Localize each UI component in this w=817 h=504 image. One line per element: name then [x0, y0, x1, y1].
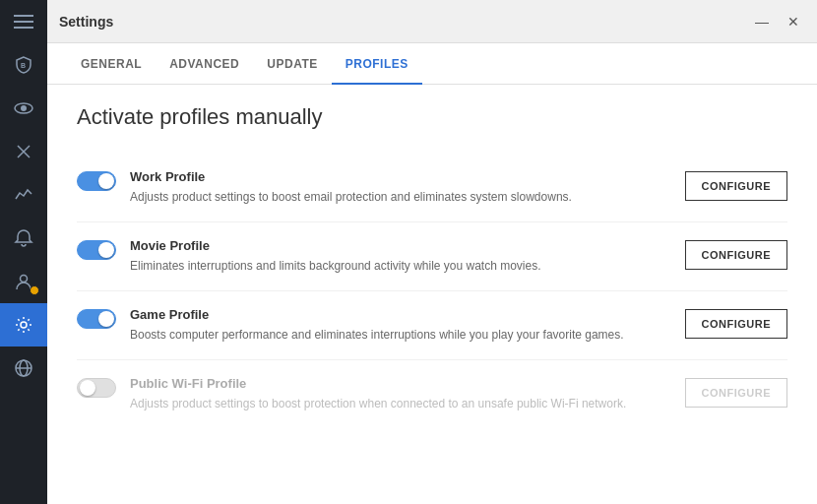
sidebar-item-menu[interactable]: [0, 0, 47, 43]
toggle-wifi: [77, 378, 116, 398]
toggle-game[interactable]: [77, 309, 116, 329]
profile-desc-game: Boosts computer performance and eliminat…: [130, 326, 661, 344]
toggle-knob-work: [98, 173, 114, 189]
configure-button-work[interactable]: CONFIGURE: [685, 171, 788, 201]
svg-text:B: B: [21, 62, 26, 69]
svg-rect-1: [14, 21, 33, 23]
profile-name-movie: Movie Profile: [130, 238, 671, 253]
close-button[interactable]: ✕: [782, 10, 805, 33]
svg-rect-0: [14, 15, 33, 17]
toggle-movie[interactable]: [77, 240, 116, 260]
titlebar: Settings — ✕: [47, 0, 817, 43]
profile-row-movie: Movie Profile Eliminates interruptions a…: [77, 222, 787, 291]
toggle-container-wifi: [77, 376, 116, 398]
sidebar-item-user[interactable]: [0, 260, 47, 303]
profile-text-wifi: Public Wi-Fi Profile Adjusts product set…: [130, 376, 671, 412]
profile-name-work: Work Profile: [130, 169, 671, 184]
profiles-content: Activate profiles manually Work Profile …: [47, 85, 817, 504]
toggle-knob-movie: [98, 242, 114, 258]
tab-update[interactable]: UPDATE: [253, 43, 331, 85]
sidebar-item-notifications[interactable]: [0, 217, 47, 260]
tab-general[interactable]: GENERAL: [67, 43, 156, 85]
profile-desc-wifi: Adjusts product settings to boost protec…: [130, 395, 661, 412]
sidebar-item-settings[interactable]: [0, 303, 47, 346]
minimize-button[interactable]: —: [750, 10, 774, 33]
sidebar: B: [0, 0, 47, 504]
profile-row-game: Game Profile Boosts computer performance…: [77, 291, 787, 360]
profiles-list: Work Profile Adjusts product settings to…: [77, 154, 787, 428]
svg-point-9: [21, 322, 27, 328]
profile-text-movie: Movie Profile Eliminates interruptions a…: [130, 238, 671, 275]
tab-advanced[interactable]: ADVANCED: [156, 43, 253, 85]
configure-button-game[interactable]: CONFIGURE: [685, 309, 788, 339]
svg-point-8: [21, 276, 28, 283]
svg-rect-2: [14, 27, 33, 29]
sidebar-item-shield[interactable]: B: [0, 43, 47, 87]
profile-row-wifi: Public Wi-Fi Profile Adjusts product set…: [77, 360, 787, 428]
sidebar-item-performance[interactable]: [0, 173, 47, 217]
svg-point-5: [21, 105, 27, 111]
sidebar-item-tools[interactable]: [0, 130, 47, 173]
profile-desc-movie: Eliminates interruptions and limits back…: [130, 257, 661, 275]
profile-name-wifi: Public Wi-Fi Profile: [130, 376, 671, 391]
toggle-work[interactable]: [77, 171, 116, 191]
toggle-knob-wifi: [80, 380, 95, 396]
window-controls: — ✕: [750, 10, 805, 33]
toggle-container-movie: [77, 238, 116, 260]
profile-text-game: Game Profile Boosts computer performance…: [130, 307, 671, 344]
configure-button-wifi: CONFIGURE: [685, 378, 788, 408]
profile-name-game: Game Profile: [130, 307, 671, 322]
profile-text-work: Work Profile Adjusts product settings to…: [130, 169, 671, 206]
configure-button-movie[interactable]: CONFIGURE: [685, 240, 788, 270]
tab-bar: GENERAL ADVANCED UPDATE PROFILES: [47, 43, 817, 85]
toggle-knob-game: [98, 311, 114, 327]
profile-row-work: Work Profile Adjusts product settings to…: [77, 154, 787, 222]
sidebar-item-globe[interactable]: [0, 346, 47, 390]
toggle-container-work: [77, 169, 116, 191]
section-title: Activate profiles manually: [77, 104, 787, 130]
tab-profiles[interactable]: PROFILES: [332, 43, 422, 85]
user-warning-badge: [30, 285, 39, 295]
profile-desc-work: Adjusts product settings to boost email …: [130, 188, 661, 206]
main-content: Settings — ✕ GENERAL ADVANCED UPDATE PRO…: [47, 0, 817, 504]
sidebar-item-privacy[interactable]: [0, 87, 47, 130]
window-title: Settings: [59, 14, 750, 30]
toggle-container-game: [77, 307, 116, 329]
